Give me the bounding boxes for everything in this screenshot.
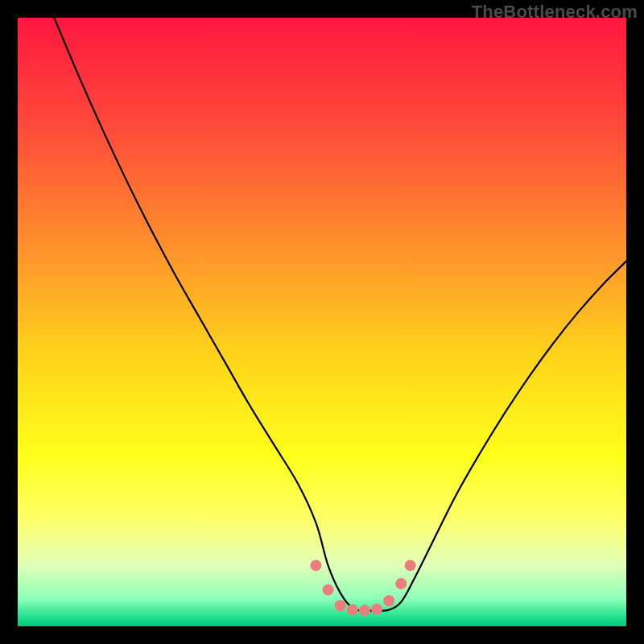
watermark-text: TheBottleneck.com: [472, 2, 638, 23]
trough-marker: [347, 605, 358, 616]
plot-background: [18, 18, 626, 626]
trough-marker: [359, 605, 370, 616]
trough-marker: [405, 559, 416, 571]
trough-marker: [323, 584, 334, 596]
trough-marker: [395, 578, 407, 589]
chart-svg: [18, 18, 626, 626]
outer-frame: TheBottleneck.com: [0, 0, 644, 644]
trough-marker: [383, 595, 394, 606]
trough-marker: [310, 559, 321, 571]
trough-marker: [335, 600, 346, 611]
plot-container: [18, 18, 626, 626]
trough-marker: [371, 604, 382, 615]
